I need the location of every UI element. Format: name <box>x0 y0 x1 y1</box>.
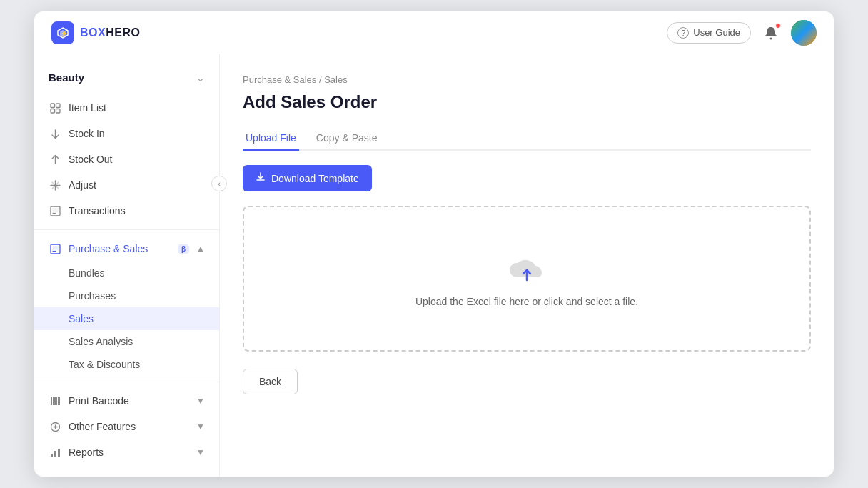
grid-icon <box>49 101 61 114</box>
sidebar: Beauty ⌄ Item List Stock In <box>34 54 220 477</box>
sidebar-divider <box>34 229 219 230</box>
svg-rect-7 <box>56 109 60 113</box>
sidebar-reports[interactable]: Reports ▼ <box>34 439 219 465</box>
other-features-chevron-icon: ▼ <box>196 422 205 432</box>
upload-area-text: Upload the Excel file here or click and … <box>415 296 638 307</box>
sidebar-item-sales[interactable]: Sales <box>34 307 219 330</box>
plus-circle-icon <box>49 420 61 433</box>
purchase-sales-subnav: Bundles Purchases Sales Sales Analysis T… <box>34 262 219 376</box>
upload-icon-wrapper <box>505 250 548 286</box>
question-icon: ? <box>677 27 689 39</box>
purchase-sales-icon <box>49 242 61 255</box>
sidebar-item-stock-out[interactable]: Stock Out <box>34 146 219 172</box>
breadcrumb: Purchase & Sales / Sales <box>243 74 811 85</box>
svg-point-3 <box>770 37 772 39</box>
tab-upload-file[interactable]: Upload File <box>243 126 299 151</box>
notification-badge <box>775 23 781 29</box>
svg-rect-27 <box>58 449 60 457</box>
user-guide-button[interactable]: ? User Guide <box>667 22 751 44</box>
sidebar-print-barcode[interactable]: Print Barcode ▼ <box>34 388 219 414</box>
breadcrumb-parent[interactable]: Purchase & Sales <box>243 74 316 85</box>
download-icon <box>256 172 266 184</box>
sidebar-other-features[interactable]: Other Features ▼ <box>34 414 219 439</box>
cloud-upload-icon <box>505 250 548 286</box>
main-nav: Item List Stock In Stock Out <box>34 95 219 224</box>
page-title: Add Sales Order <box>243 92 811 112</box>
barcode-icon <box>49 394 61 407</box>
sidebar-divider-2 <box>34 382 219 382</box>
sidebar-item-purchases[interactable]: Purchases <box>34 284 219 307</box>
svg-rect-19 <box>56 397 57 405</box>
logo-text: BOXHERO <box>80 26 140 39</box>
sidebar-item-transactions[interactable]: Transactions <box>34 198 219 224</box>
file-upload-area[interactable]: Upload the Excel file here or click and … <box>243 206 811 352</box>
chart-icon <box>49 446 61 459</box>
list-icon <box>49 204 61 217</box>
print-barcode-chevron-icon: ▼ <box>196 396 205 406</box>
svg-rect-6 <box>51 109 55 113</box>
svg-rect-21 <box>59 397 60 405</box>
svg-rect-5 <box>56 104 60 108</box>
workspace-chevron-icon: ⌄ <box>196 72 205 84</box>
workspace-selector[interactable]: Beauty ⌄ <box>34 66 219 95</box>
logo: ⚡ BOXHERO <box>51 21 140 44</box>
download-template-button[interactable]: Download Template <box>243 165 372 191</box>
svg-rect-18 <box>54 397 56 405</box>
adjust-icon <box>49 179 61 191</box>
sidebar-item-stock-in[interactable]: Stock In <box>34 121 219 146</box>
breadcrumb-current: Sales <box>324 74 348 85</box>
svg-rect-25 <box>51 454 53 457</box>
purchase-sales-chevron-icon: ▲ <box>196 244 205 254</box>
sidebar-item-sales-analysis[interactable]: Sales Analysis <box>34 330 219 353</box>
svg-rect-17 <box>53 397 54 405</box>
logo-icon: ⚡ <box>51 21 74 44</box>
svg-rect-16 <box>51 397 52 405</box>
sidebar-item-bundles[interactable]: Bundles <box>34 262 219 284</box>
header-actions: ? User Guide <box>667 20 817 46</box>
sidebar-item-adjust[interactable]: Adjust <box>34 172 219 198</box>
back-button[interactable]: Back <box>243 369 298 394</box>
svg-rect-26 <box>54 451 56 457</box>
app-header: ⚡ BOXHERO ? User Guide <box>34 11 834 54</box>
sidebar-purchase-sales-header[interactable]: Purchase & Sales β ▲ <box>34 236 219 262</box>
sidebar-item-item-list[interactable]: Item List <box>34 95 219 121</box>
main-content: Purchase & Sales / Sales Add Sales Order… <box>220 54 834 477</box>
notification-button[interactable] <box>760 21 782 44</box>
reports-chevron-icon: ▼ <box>196 447 205 457</box>
sidebar-item-tax-discounts[interactable]: Tax & Discounts <box>34 353 219 376</box>
tab-copy-paste[interactable]: Copy & Paste <box>313 126 380 151</box>
arrow-down-icon <box>49 127 61 140</box>
tab-group: Upload File Copy & Paste <box>243 126 811 151</box>
arrow-up-icon <box>49 153 61 166</box>
svg-rect-20 <box>58 397 59 405</box>
svg-text:⚡: ⚡ <box>60 29 69 38</box>
sidebar-collapse-button[interactable]: ‹ <box>211 176 227 191</box>
user-avatar[interactable] <box>791 20 817 46</box>
svg-rect-4 <box>51 104 55 108</box>
